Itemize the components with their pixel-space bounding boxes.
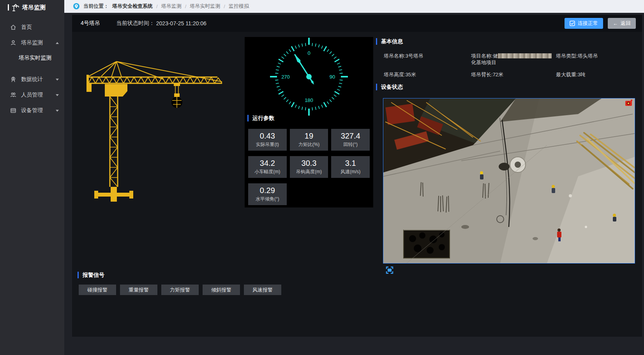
param-value: 0.29 [248,186,287,195]
info-cell: 塔吊臂长:72米 [471,71,556,78]
tilt-alarm-button[interactable]: 倾斜报警 [203,285,240,295]
rotation-compass-gauge: 0 90 180 270 [258,37,360,117]
sidebar-menu: 首页 塔吊监测 塔吊实时监测 数据统计 人员管理 设备 [0,19,64,118]
info-value: 3号塔吊 [406,53,423,59]
back-arrow-icon: ← [613,21,618,26]
param-label: 实际吊重(t) [248,141,287,148]
param-label: 风速(m/s) [331,169,370,175]
redacted-text [498,53,552,58]
moment-alarm-button[interactable]: 力矩报警 [161,285,199,295]
panel-icon [10,107,16,114]
camera-indicator-icon [625,100,633,107]
status-time-value: 2023-07-25 11:20:06 [156,20,206,26]
app-title: 塔吊监测 [22,4,46,11]
sidebar-item-realtime-monitor[interactable]: 塔吊实时监测 [0,51,64,65]
param-label: 力矩比(%) [290,141,328,148]
param-card: 34.2小车幅度(m) [248,156,287,178]
tower-crane-monitor-page: 塔吊监测 首页 塔吊监测 塔吊实时监测 数据统计 人员管理 [0,0,644,355]
info-cell: 最大载重:3吨 [556,71,636,78]
sidebar-item-crane-monitor[interactable]: 塔吊监测 [0,35,64,51]
breadcrumb-separator: / [185,4,187,9]
param-label: 回转(°) [331,141,370,148]
sidebar-item-label: 数据统计 [21,76,43,83]
gauge-label-270: 270 [281,74,290,80]
camera-feed-image [383,98,635,263]
camera-feed [383,98,635,264]
device-status-title: 设备状态 [376,84,403,90]
basic-info-title: 基本信息 [376,38,403,45]
sidebar-item-home[interactable]: 首页 [0,19,64,35]
info-value: 塔头塔吊 [578,53,598,59]
gauge-needle [292,52,316,86]
user-icon [10,40,16,46]
sidebar-item-label: 首页 [21,24,32,31]
param-label: 水平倾角(°) [248,196,287,202]
info-label: 塔吊名称: [384,53,406,59]
tower-crane-graphic [86,58,226,206]
breadcrumb-item[interactable]: 塔吊监测 [161,3,182,10]
windspeed-alarm-button[interactable]: 风速报警 [244,285,281,295]
info-label: 塔吊臂长: [471,72,493,77]
sidebar-item-label: 塔吊实时监测 [19,54,51,62]
connection-status-button[interactable]: 连接正常 [565,18,603,29]
main-panel: 4号塔吊 当前状态时间： 2023-07-25 11:20:06 连接正常 ← … [72,15,642,337]
chevron-up-icon [56,42,59,44]
info-label: 项目名称: [471,53,493,59]
crane-illustration [86,58,226,208]
fullscreen-icon[interactable] [385,266,394,274]
param-label: 吊钩高度(m) [290,169,328,175]
info-cell: 塔吊类型:塔头塔吊 [556,53,636,66]
breadcrumb-root[interactable]: 塔吊安全检查系统 [112,3,153,10]
param-value: 3.1 [331,159,370,167]
info-cell: 塔吊高度:35米 [384,71,471,78]
breadcrumb-item[interactable]: 塔吊实时监测 [190,3,220,10]
info-cell: 塔吊名称:3号塔吊 [384,53,471,66]
crane-logo-icon [12,4,19,11]
gauge-label-90: 90 [330,74,335,80]
param-value: 19 [290,132,328,140]
sidebar-item-label: 人员管理 [21,91,43,98]
run-params-grid: 0.43实际吊重(t) 19力矩比(%) 327.4回转(°) 34.2小车幅度… [248,129,370,205]
collision-alarm-button[interactable]: 碰撞报警 [79,285,116,295]
param-card: 0.29水平倾角(°) [248,183,287,205]
info-label: 塔吊类型: [556,53,578,59]
logo-bar [8,4,9,11]
param-card: 19力矩比(%) [290,129,328,151]
alarm-signal-title: 报警信号 [78,272,104,278]
info-value: 化基地项目 [471,59,556,66]
param-card: 30.3吊钩高度(m) [290,156,328,178]
crane-name: 4号塔吊 [81,20,100,27]
people-icon [10,92,16,98]
info-value: 72米 [493,72,503,77]
info-value: 3吨 [578,72,586,77]
info-label: 最大载重: [556,72,578,77]
status-header: 4号塔吊 当前状态时间： 2023-07-25 11:20:06 连接正常 ← … [72,15,642,32]
breadcrumb-prefix: 当前位置： [83,3,109,10]
connect-label: 连接正常 [578,20,598,27]
alarm-buttons: 碰撞报警 重量报警 力矩报警 倾斜报警 风速报警 [79,285,281,295]
param-card: 0.43实际吊重(t) [248,129,287,151]
gauge-panel: 0 90 180 270 运行参数 0.43实际吊重(t) 19力矩比(%) 3… [245,37,373,207]
chevron-down-icon [56,94,59,96]
sidebar-item-equipment[interactable]: 设备管理 [0,103,64,118]
breadcrumb-separator: / [224,4,225,9]
back-button[interactable]: ← 返回 [608,18,636,29]
breadcrumb-item[interactable]: 监控模拟 [229,3,249,10]
param-card: 3.1风速(m/s) [331,156,370,178]
checkbox-checked-icon [570,21,575,26]
sidebar-item-statistics[interactable]: 数据统计 [0,72,64,87]
info-value: 35米 [406,72,416,77]
param-card: 327.4回转(°) [331,129,370,151]
home-icon [10,24,16,30]
param-value: 0.43 [248,132,287,140]
param-label: 小车幅度(m) [248,169,287,175]
breadcrumb: 当前位置： 塔吊安全检查系统 / 塔吊监测 / 塔吊实时监测 / 监控模拟 [64,0,644,13]
sidebar-item-personnel[interactable]: 人员管理 [0,87,64,103]
sidebar: 塔吊监测 首页 塔吊监测 塔吊实时监测 数据统计 人员管理 [0,0,64,355]
location-icon [73,3,80,10]
back-label: 返回 [621,20,631,27]
breadcrumb-separator: / [156,4,158,9]
weight-alarm-button[interactable]: 重量报警 [120,285,157,295]
param-value: 30.3 [290,159,328,167]
basic-info-grid: 塔吊名称:3号塔吊 项目名称:健 化基地项目 塔吊类型:塔头塔吊 塔吊高度:35… [384,53,636,78]
